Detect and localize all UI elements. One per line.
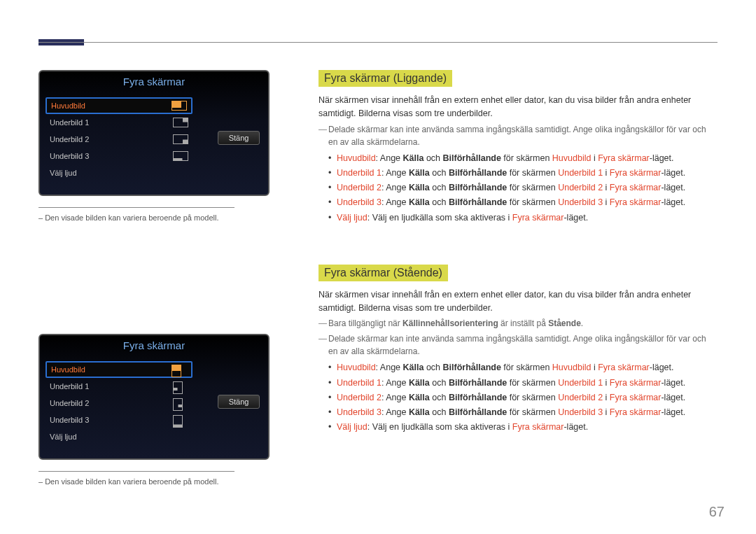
osd-item-valjljud[interactable]: Välj ljud	[46, 164, 192, 181]
note-shared-source: Delade skärmar kan inte använda samma in…	[328, 332, 718, 358]
bullet-underbild3: Underbild 3: Ange Källa och Bilförhållan…	[337, 405, 718, 420]
layout-main-icon	[172, 365, 187, 374]
bullet-huvudbild: Huvudbild: Ange Källa och Bilförhållande…	[337, 151, 718, 166]
layout-sub2-icon	[173, 398, 188, 408]
svg-rect-13	[178, 405, 183, 407]
note-shared-source: Delade skärmar kan inte använda samma in…	[328, 123, 718, 148]
osd-title: Fyra skärmar	[40, 71, 268, 97]
bullet-list: Huvudbild: Ange Källa och Bilförhållande…	[337, 360, 718, 435]
osd-caption: – Den visade bilden kan variera beroende…	[38, 213, 270, 222]
osd-item-huvudbild[interactable]: Huvudbild	[46, 97, 192, 114]
osd-item-underbild2[interactable]: Underbild 2	[46, 131, 192, 148]
section-staende: Fyra skärmar (Stående) När skärmen visar…	[318, 265, 718, 435]
bullet-underbild1: Underbild 1: Ange Källa och Bilförhållan…	[337, 166, 718, 181]
bullet-valjljud: Välj ljud: Välj en ljudkälla som ska akt…	[337, 420, 718, 435]
osd-item-label: Huvudbild	[51, 101, 85, 110]
osd-item-label: Välj ljud	[50, 433, 77, 441]
osd-item-huvudbild[interactable]: Huvudbild	[46, 361, 192, 378]
osd-item-label: Underbild 1	[50, 382, 89, 391]
bullet-valjljud: Välj ljud: Välj en ljudkälla som ska akt…	[337, 211, 718, 225]
osd-title: Fyra skärmar	[40, 335, 268, 361]
svg-rect-5	[183, 140, 188, 144]
osd-list: Huvudbild Underbild 1 Underbild 2	[46, 361, 192, 445]
osd-item-underbild2[interactable]: Underbild 2	[46, 395, 192, 412]
osd-item-label: Huvudbild	[51, 365, 85, 374]
layout-main-icon	[172, 101, 187, 111]
intro-paragraph: När skärmen visar innehåll från en exter…	[318, 288, 718, 315]
section-liggande: Fyra skärmar (Liggande) När skärmen visa…	[318, 70, 718, 225]
layout-sub3-icon	[173, 151, 188, 161]
bullet-underbild2: Underbild 2: Ange Källa och Bilförhållan…	[337, 391, 718, 405]
header-rule	[38, 42, 718, 43]
svg-rect-1	[172, 101, 181, 108]
bullet-underbild1: Underbild 1: Ange Källa och Bilförhållan…	[337, 376, 718, 391]
svg-rect-9	[172, 365, 181, 371]
bullet-list: Huvudbild: Ange Källa och Bilförhållande…	[337, 151, 718, 225]
osd-item-label: Underbild 1	[50, 118, 89, 127]
section-heading: Fyra skärmar (Liggande)	[318, 70, 452, 87]
bullet-underbild3: Underbild 3: Ange Källa och Bilförhållan…	[337, 195, 718, 210]
page-number: 67	[709, 504, 724, 520]
svg-rect-3	[183, 118, 188, 122]
osd-item-label: Underbild 2	[50, 399, 89, 407]
bullet-underbild2: Underbild 2: Ange Källa och Bilförhållan…	[337, 181, 718, 195]
osd-item-label: Underbild 2	[50, 135, 89, 143]
osd-item-valjljud[interactable]: Välj ljud	[46, 428, 192, 445]
osd-list: Huvudbild Underbild 1 Underbild 2 Underb…	[46, 97, 192, 181]
osd-caption: – Den visade bilden kan variera beroende…	[38, 477, 270, 486]
note-orientation: Bara tillgängligt när Källinnehållsorien…	[328, 317, 718, 330]
osd-close-label: Stäng	[229, 134, 249, 142]
osd-item-underbild3[interactable]: Underbild 3	[46, 412, 192, 428]
caption-rule	[38, 471, 234, 472]
layout-sub2-icon	[173, 134, 188, 144]
osd-item-underbild3[interactable]: Underbild 3	[46, 148, 192, 164]
right-column: Fyra skärmar (Liggande) När skärmen visa…	[318, 70, 718, 445]
osd-item-label: Underbild 3	[50, 416, 89, 424]
osd-close-label: Stäng	[229, 398, 249, 406]
bullet-huvudbild: Huvudbild: Ange Källa och Bilförhållande…	[337, 360, 718, 375]
layout-sub3-icon	[173, 415, 188, 425]
svg-rect-15	[174, 425, 183, 428]
osd-close-button[interactable]: Stäng	[218, 131, 260, 145]
section-heading: Fyra skärmar (Stående)	[318, 265, 448, 281]
intro-paragraph: När skärmen visar innehåll från en exter…	[318, 94, 718, 120]
osd-item-label: Välj ljud	[50, 169, 77, 177]
osd-item-label: Underbild 3	[50, 152, 89, 160]
layout-sub1-icon	[173, 381, 188, 391]
osd-item-underbild1[interactable]: Underbild 1	[46, 114, 192, 131]
osd-item-underbild1[interactable]: Underbild 1	[46, 378, 192, 395]
osd-panel-landscape: Fyra skärmar Huvudbild Underbild 1 Under…	[38, 70, 270, 196]
svg-rect-7	[174, 158, 183, 161]
osd-panel-portrait: Fyra skärmar Huvudbild Underbild 1 Under…	[38, 334, 270, 460]
svg-rect-11	[174, 388, 178, 391]
osd-close-button[interactable]: Stäng	[218, 395, 260, 409]
left-column: Fyra skärmar Huvudbild Underbild 1 Under…	[38, 70, 270, 486]
caption-rule	[38, 207, 234, 208]
layout-sub1-icon	[173, 118, 188, 127]
